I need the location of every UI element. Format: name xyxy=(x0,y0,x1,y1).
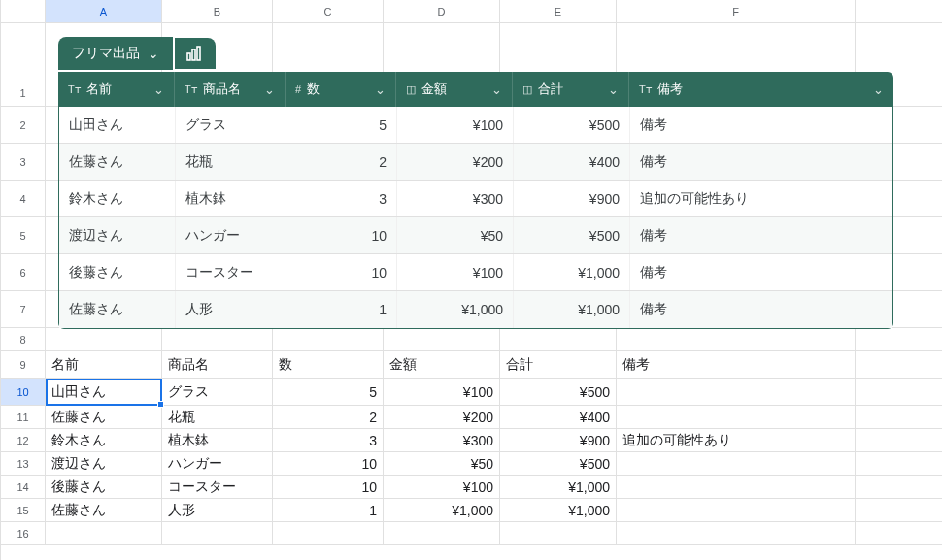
col-header-f[interactable]: F xyxy=(617,0,856,22)
chevron-down-icon: ⌄ xyxy=(264,82,275,97)
row-header-12[interactable]: 12 xyxy=(1,429,46,451)
smart-header-name[interactable]: Tᴛ名前⌄ xyxy=(58,72,175,107)
table-row: 後藤さんコースター10¥100¥1,000備考 xyxy=(59,254,892,291)
text-type-icon: Tᴛ xyxy=(639,83,652,96)
cell-a10[interactable]: 山田さん xyxy=(46,379,162,405)
row-header-13[interactable]: 13 xyxy=(1,452,46,475)
plain-row-10: 10 山田さん グラス 5 ¥100 ¥500 xyxy=(1,379,942,406)
table-tab-label: フリマ出品 xyxy=(72,45,140,62)
table-row: 佐藤さん花瓶2¥200¥400備考 xyxy=(59,144,892,181)
col-header-c[interactable]: C xyxy=(273,0,384,22)
svg-rect-1 xyxy=(192,49,195,60)
cell-b9[interactable]: 商品名 xyxy=(162,351,273,378)
row-header-15[interactable]: 15 xyxy=(1,499,46,521)
column-headers: A B C D E F xyxy=(1,0,942,23)
smart-header-note[interactable]: Tᴛ備考⌄ xyxy=(629,72,893,107)
chevron-down-icon: ⌄ xyxy=(873,82,884,97)
cell-c10[interactable]: 5 xyxy=(273,379,384,405)
cell-e10[interactable]: ¥500 xyxy=(500,379,617,405)
col-header-e[interactable]: E xyxy=(500,0,617,22)
chevron-down-icon: ⌄ xyxy=(375,82,386,97)
cell-a9[interactable]: 名前 xyxy=(46,351,162,378)
row-header-2[interactable]: 2 xyxy=(1,107,46,143)
chevron-down-icon: ⌄ xyxy=(148,46,159,61)
table-row: 鈴木さん植木鉢3¥300¥900追加の可能性あり xyxy=(59,181,892,217)
table-row: 渡辺さんハンガー10¥50¥500備考 xyxy=(59,217,892,254)
smart-header-item[interactable]: Tᴛ商品名⌄ xyxy=(175,72,286,107)
row-header-1[interactable]: 1 xyxy=(1,23,46,106)
chevron-down-icon: ⌄ xyxy=(608,82,619,97)
table-tab[interactable]: フリマ出品 ⌄ xyxy=(58,37,173,70)
svg-rect-0 xyxy=(187,53,190,60)
cell-f10[interactable] xyxy=(617,379,856,405)
cell-b10[interactable]: グラス xyxy=(162,379,273,405)
col-header-d[interactable]: D xyxy=(384,0,500,22)
table-row: 佐藤さん人形1¥1,000¥1,000備考 xyxy=(59,291,892,328)
table-view-button[interactable] xyxy=(175,38,216,69)
smart-header-amount[interactable]: ◫金額⌄ xyxy=(396,72,513,107)
row-header-16[interactable]: 16 xyxy=(1,522,46,544)
table-row: 山田さんグラス5¥100¥500備考 xyxy=(59,107,892,144)
row-header-8[interactable]: 8 xyxy=(1,328,46,350)
cell-f9[interactable]: 備考 xyxy=(617,351,856,378)
cell-d9[interactable]: 金額 xyxy=(384,351,500,378)
row-header-14[interactable]: 14 xyxy=(1,476,46,498)
col-header-a[interactable]: A xyxy=(46,0,162,22)
currency-type-icon: ◫ xyxy=(522,83,532,96)
row-header-7[interactable]: 7 xyxy=(1,291,46,327)
smart-header-qty[interactable]: #数⌄ xyxy=(286,72,396,107)
smart-table-header: Tᴛ名前⌄ Tᴛ商品名⌄ #数⌄ ◫金額⌄ ◫合計⌄ Tᴛ備考⌄ xyxy=(58,72,893,107)
text-type-icon: Tᴛ xyxy=(68,83,81,96)
smart-header-total[interactable]: ◫合計⌄ xyxy=(513,72,629,107)
svg-rect-2 xyxy=(197,47,200,60)
spreadsheet: A B C D E F 1 2 3 4 5 6 7 8 9 名前 商品名 数 金… xyxy=(0,0,942,560)
row-header-3[interactable]: 3 xyxy=(1,144,46,180)
number-type-icon: # xyxy=(295,83,301,95)
chevron-down-icon: ⌄ xyxy=(153,82,164,97)
col-header-b[interactable]: B xyxy=(162,0,273,22)
text-type-icon: Tᴛ xyxy=(185,83,197,96)
row-header-6[interactable]: 6 xyxy=(1,254,46,290)
table-tab-bar: フリマ出品 ⌄ xyxy=(58,35,216,72)
cell-e9[interactable]: 合計 xyxy=(500,351,617,378)
cell-d10[interactable]: ¥100 xyxy=(384,379,500,405)
bar-chart-icon xyxy=(186,46,204,61)
row-header-10[interactable]: 10 xyxy=(1,379,46,405)
row-header-4[interactable]: 4 xyxy=(1,181,46,216)
chevron-down-icon: ⌄ xyxy=(491,82,502,97)
row-header-11[interactable]: 11 xyxy=(1,406,46,428)
plain-header-row: 9 名前 商品名 数 金額 合計 備考 xyxy=(1,351,942,379)
row-header-9[interactable]: 9 xyxy=(1,351,46,378)
smart-table-body: 山田さんグラス5¥100¥500備考 佐藤さん花瓶2¥200¥400備考 鈴木さ… xyxy=(58,107,893,329)
row-header-5[interactable]: 5 xyxy=(1,217,46,253)
cell-c9[interactable]: 数 xyxy=(273,351,384,378)
currency-type-icon: ◫ xyxy=(406,83,416,96)
select-all-corner[interactable] xyxy=(1,0,46,22)
